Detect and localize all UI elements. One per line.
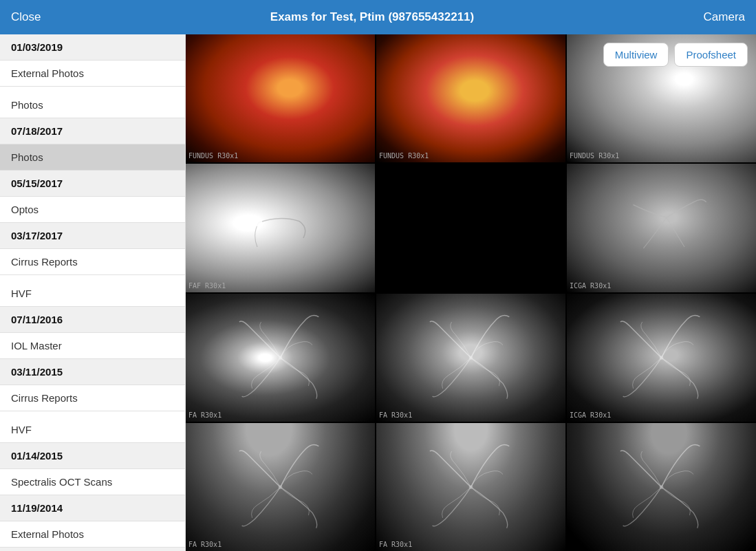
image-label: FA R30x1 [379, 541, 412, 548]
sidebar-item-type-external-photos-1[interactable]: External Photos [0, 61, 185, 87]
image-area: Multiview Proofsheet FUNDUS R30x1FUNDUS … [186, 34, 756, 551]
grid-cell-r2c3[interactable]: ICGA R30x1 [567, 164, 756, 292]
sidebar-item-type-external-photos-2[interactable]: External Photos [0, 521, 185, 548]
sidebar-item-date-05152017: 05/15/2017 [0, 171, 185, 197]
sidebar-item-date-02072014: 02/07/2014 [0, 548, 185, 551]
image-label: FUNDUS R30x1 [188, 152, 238, 160]
sidebar-item-date-01142015: 01/14/2015 [0, 443, 185, 469]
image-label: FUNDUS R30x1 [570, 152, 619, 160]
svg-point-0 [255, 219, 262, 226]
grid-cell-r4c1[interactable]: FA R30x1 [186, 423, 375, 551]
image-label: FA R30x1 [379, 411, 412, 419]
sidebar-item-type-iol[interactable]: IOL Master [0, 333, 185, 359]
grid-cell-r4c2[interactable]: FA R30x1 [376, 423, 565, 551]
image-grid: FUNDUS R30x1FUNDUS R30x1FUNDUS R30x1 FAF… [186, 34, 756, 551]
sidebar-spacer [0, 87, 185, 92]
sidebar-item-type-hvf-1[interactable]: HVF [0, 281, 185, 307]
sidebar-item-date-07112016: 07/11/2016 [0, 307, 185, 333]
exam-sidebar: 01/03/2019External PhotosPhotos07/18/201… [0, 34, 186, 551]
image-toolbar: Multiview Proofsheet [603, 43, 748, 67]
multiview-button[interactable]: Multiview [603, 43, 669, 67]
svg-point-1 [279, 356, 283, 360]
sidebar-item-date-01032019: 01/03/2019 [0, 34, 185, 61]
image-label: FAF R30x1 [188, 282, 226, 290]
svg-point-5 [469, 485, 473, 489]
grid-cell-r1c2[interactable]: FUNDUS R30x1 [376, 34, 565, 162]
grid-cell-r3c2[interactable]: FA R30x1 [376, 294, 565, 422]
sidebar-item-type-optos[interactable]: Optos [0, 197, 185, 223]
sidebar-item-date-03172017: 03/17/2017 [0, 223, 185, 249]
sidebar-item-type-photos-2[interactable]: Photos [0, 144, 185, 171]
grid-cell-r3c1[interactable]: FA R30x1 [186, 294, 375, 422]
proofsheet-button[interactable]: Proofsheet [674, 43, 748, 67]
svg-point-3 [660, 356, 664, 360]
sidebar-item-type-photos-1[interactable]: Photos [0, 92, 185, 118]
close-button[interactable]: Close [11, 10, 41, 24]
grid-cell-r1c1[interactable]: FUNDUS R30x1 [186, 34, 375, 162]
sidebar-spacer [0, 411, 185, 417]
image-label: ICGA R30x1 [570, 282, 611, 290]
grid-cell-r3c3[interactable]: ICGA R30x1 [567, 294, 756, 422]
sidebar-item-type-spectralis-1[interactable]: Spectralis OCT Scans [0, 469, 185, 495]
grid-cell-r2c1[interactable]: FAF R30x1 [186, 164, 375, 292]
sidebar-item-type-cirrus-1[interactable]: Cirrus Reports [0, 249, 185, 275]
sidebar-spacer [0, 275, 185, 281]
app-header: Close Exams for Test, Ptim (987655432211… [0, 0, 756, 34]
sidebar-item-type-hvf-2[interactable]: HVF [0, 417, 185, 443]
sidebar-item-date-07182017: 07/18/2017 [0, 118, 185, 144]
sidebar-item-date-03112015: 03/11/2015 [0, 359, 185, 385]
svg-point-6 [660, 485, 664, 489]
sidebar-item-date-11192014: 11/19/2014 [0, 495, 185, 521]
image-label: FUNDUS R30x1 [379, 152, 429, 160]
svg-point-4 [279, 485, 283, 489]
grid-cell-r4c3[interactable] [567, 423, 756, 551]
image-label: FA R30x1 [188, 411, 222, 419]
grid-cell-r2c2[interactable] [376, 164, 565, 292]
svg-point-2 [469, 356, 473, 360]
image-label: ICGA R30x1 [570, 411, 611, 419]
camera-button[interactable]: Camera [704, 10, 745, 24]
header-title: Exams for Test, Ptim (987655432211) [270, 10, 474, 24]
image-label: FA R30x1 [188, 541, 222, 548]
sidebar-item-type-cirrus-2[interactable]: Cirrus Reports [0, 385, 185, 411]
main-content: 01/03/2019External PhotosPhotos07/18/201… [0, 34, 756, 551]
